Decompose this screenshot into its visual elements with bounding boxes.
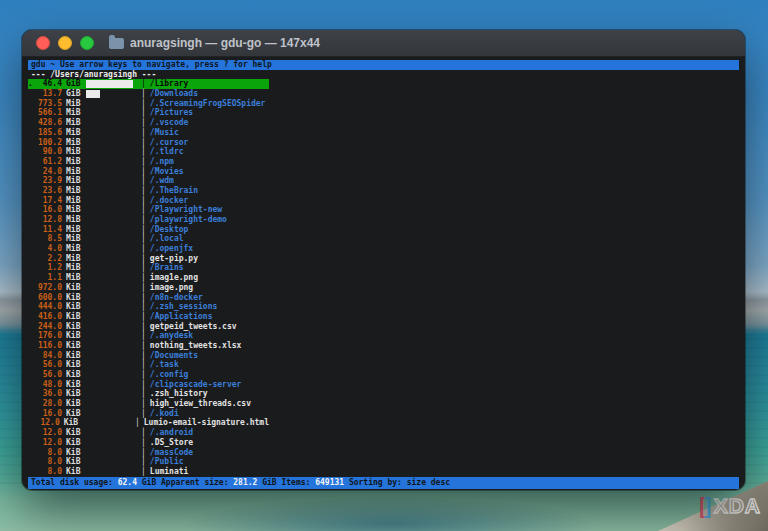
terminal-content[interactable]: gdu ~ Use arrow keys to navigate, press … — [22, 57, 745, 490]
list-item[interactable]: 84.0KiB│/Documents — [28, 351, 269, 361]
usage-bar — [86, 284, 134, 292]
list-item[interactable]: 23.6MiB│/.TheBrain — [28, 186, 269, 196]
list-item[interactable]: 12.0KiB│.DS_Store — [28, 438, 269, 448]
item-size-unit: KiB — [66, 409, 81, 419]
usage-bar — [86, 351, 134, 359]
status-value: 649131 — [315, 478, 344, 487]
column-separator: │ — [141, 293, 146, 303]
list-item[interactable]: 36.0KiB│.zsh_history — [28, 389, 269, 399]
list-item[interactable]: 972.0KiB│image.png — [28, 283, 269, 293]
list-item[interactable]: 244.0KiB│getpeid_tweets.csv — [28, 322, 269, 332]
list-item[interactable]: 4.0MiB│/.openjfx — [28, 244, 269, 254]
list-item[interactable]: 176.0KiB│/.anydesk — [28, 331, 269, 341]
usage-bar — [86, 468, 134, 476]
list-item[interactable]: 185.6MiB│/Music — [28, 128, 269, 138]
list-item[interactable]: 444.0KiB│/.zsh_sessions — [28, 302, 269, 312]
list-item[interactable]: 1.2MiB│/Brains — [28, 263, 269, 273]
usage-bar — [86, 109, 134, 117]
list-item[interactable]: 23.9MiB│/.wdm — [28, 176, 269, 186]
list-item[interactable]: 56.0KiB│/.config — [28, 370, 269, 380]
item-name-file: .DS_Store — [150, 438, 193, 448]
list-item[interactable]: 8.0KiB│/massCode — [28, 448, 269, 458]
list-item[interactable]: 1.1MiB│imag1e.png — [28, 273, 269, 283]
list-item[interactable]: 56.0KiB│/.task — [28, 360, 269, 370]
list-item[interactable]: 100.2MiB│/.cursor — [28, 138, 269, 148]
status-label: Sorting by: size desc — [344, 478, 450, 487]
list-item[interactable]: 600.0KiB│/n8n-docker — [28, 293, 269, 303]
item-size-unit: KiB — [66, 457, 81, 467]
item-size-unit: MiB — [66, 176, 81, 186]
usage-bar — [86, 410, 134, 418]
usage-bar — [86, 313, 134, 321]
item-name-file: .zsh_history — [150, 389, 208, 399]
column-separator: │ — [141, 99, 146, 109]
item-name-directory: /Movies — [150, 167, 184, 177]
list-item[interactable]: 428.6MiB│/.vscode — [28, 118, 269, 128]
column-separator: │ — [141, 399, 146, 409]
list-item[interactable]: 11.4MiB│/Desktop — [28, 225, 269, 235]
item-size: 416.0 — [36, 312, 62, 322]
usage-bar — [86, 400, 134, 408]
item-size-unit: KiB — [66, 293, 81, 303]
list-item[interactable]: 61.2MiB│/.npm — [28, 157, 269, 167]
minimize-button[interactable] — [58, 36, 72, 50]
title-bar[interactable]: anuragsingh — gdu-go — 147x44 — [22, 30, 745, 57]
item-size-unit: KiB — [66, 351, 81, 361]
item-size: 244.0 — [36, 322, 62, 332]
terminal-window[interactable]: anuragsingh — gdu-go — 147x44 gdu ~ Use … — [22, 30, 745, 490]
item-size-unit: MiB — [66, 99, 81, 109]
list-item[interactable]: 116.0KiB│nothing_tweets.xlsx — [28, 341, 269, 351]
folder-icon — [109, 38, 124, 49]
column-separator: │ — [141, 89, 146, 99]
list-item[interactable]: 566.1MiB│/Pictures — [28, 108, 269, 118]
list-item[interactable]: 16.0KiB│/.kodi — [28, 409, 269, 419]
list-item[interactable]: 28.0KiB│high_view_threads.csv — [28, 399, 269, 409]
list-item[interactable]: 773.5MiB│/.ScreamingFrogSEOSpider — [28, 99, 269, 109]
list-item[interactable]: 48.0KiB│/clipcascade-server — [28, 380, 269, 390]
item-name-directory: /massCode — [150, 448, 193, 458]
list-item[interactable]: 8.0KiB│Luminati — [28, 467, 269, 477]
item-size: 12.0 — [35, 418, 59, 428]
item-name-directory: /.cursor — [150, 138, 189, 148]
column-separator: │ — [141, 79, 146, 89]
item-size-unit: KiB — [66, 448, 81, 458]
item-name-file: nothing_tweets.xlsx — [150, 341, 242, 351]
item-size-unit: MiB — [66, 254, 81, 264]
item-name-file: imag1e.png — [150, 273, 198, 283]
list-item[interactable]: 12.0KiB│/.android — [28, 428, 269, 438]
item-size: 8.0 — [36, 448, 62, 458]
usage-bar — [86, 167, 134, 175]
list-item[interactable]: 8.5MiB│/.local — [28, 234, 269, 244]
item-name-directory: /.docker — [150, 196, 189, 206]
column-separator: │ — [141, 118, 146, 128]
item-size-unit: MiB — [66, 186, 81, 196]
item-size-unit: MiB — [66, 108, 81, 118]
item-name-directory: /playwright-demo — [150, 215, 227, 225]
item-size: 11.4 — [36, 225, 62, 235]
item-size-unit: KiB — [66, 312, 81, 322]
list-item[interactable]: 90.0MiB│/.tldrc — [28, 147, 269, 157]
list-item[interactable]: 2.2MiB│get-pip.py — [28, 254, 269, 264]
list-item[interactable]: 12.0KiB│Lumio-email-signature.html — [28, 418, 269, 428]
list-item[interactable]: 17.4MiB│/.docker — [28, 196, 269, 206]
list-item[interactable]: 12.8MiB│/playwright-demo — [28, 215, 269, 225]
xda-logo-text: XDA — [714, 494, 761, 518]
list-item[interactable]: .46.4GiB│/Library — [28, 79, 269, 89]
item-size-unit: KiB — [66, 302, 81, 312]
list-item[interactable]: 8.0KiB│/Public — [28, 457, 269, 467]
list-item[interactable]: 24.0MiB│/Movies — [28, 167, 269, 177]
usage-bar — [86, 158, 134, 166]
item-size: 1.1 — [36, 273, 62, 283]
item-size-unit: MiB — [66, 167, 81, 177]
list-item[interactable]: 416.0KiB│/Applications — [28, 312, 269, 322]
column-separator: │ — [141, 351, 146, 361]
item-size: 48.0 — [36, 380, 62, 390]
list-item[interactable]: 16.0MiB│/Playwright-new — [28, 205, 269, 215]
close-button[interactable] — [36, 36, 50, 50]
zoom-button[interactable] — [80, 36, 94, 50]
item-size-unit: KiB — [66, 467, 81, 477]
column-separator: │ — [141, 283, 146, 293]
list-item[interactable]: 13.7GiB│/Downloads — [28, 89, 269, 99]
item-size-unit: KiB — [66, 380, 81, 390]
usage-bar — [86, 361, 134, 369]
